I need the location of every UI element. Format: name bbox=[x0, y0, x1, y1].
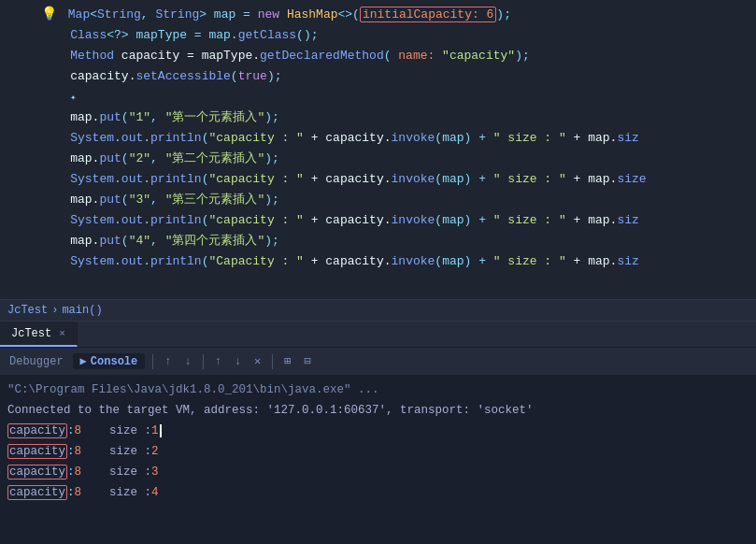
code-token: out bbox=[121, 213, 143, 227]
console-output-row-4: capacity : 8 size : 4 bbox=[7, 482, 749, 503]
code-token: invoke bbox=[392, 254, 435, 268]
tab-bar: JcTest × bbox=[0, 322, 756, 348]
console-connected-line: Connected to the target VM, address: '12… bbox=[7, 400, 749, 421]
toolbar-btn-up1[interactable]: ↑ bbox=[161, 353, 175, 370]
code-token: ); bbox=[496, 7, 511, 21]
code-token: Class bbox=[70, 28, 107, 42]
capacity-label-4: capacity bbox=[7, 485, 67, 500]
initial-capacity-highlight: initialCapacity: 6 bbox=[360, 7, 496, 22]
code-token: siz bbox=[617, 213, 638, 227]
code-token: invoke bbox=[392, 213, 435, 227]
code-token: true bbox=[238, 69, 267, 83]
code-token: "第二个元素插入" bbox=[165, 151, 265, 165]
code-token: . bbox=[114, 213, 121, 227]
code-token: System bbox=[70, 254, 114, 268]
console-label: Console bbox=[91, 355, 137, 368]
line-content-put2: map.put("2", "第二个元素插入"); bbox=[32, 150, 279, 166]
code-token: + capacity. bbox=[304, 254, 392, 268]
code-token: ); bbox=[264, 193, 279, 207]
code-token: "capacity : " bbox=[208, 213, 303, 227]
size-label-3: size : bbox=[109, 465, 151, 479]
code-token: "2" bbox=[129, 151, 150, 165]
code-token: map. bbox=[70, 110, 99, 124]
breadcrumb-method[interactable]: main() bbox=[62, 304, 102, 317]
code-token: out bbox=[121, 254, 143, 268]
code-token: ( bbox=[121, 234, 129, 248]
code-token: + capacity. bbox=[304, 213, 392, 227]
code-token: , bbox=[150, 151, 165, 165]
code-token: Map bbox=[68, 7, 90, 21]
code-token: ); bbox=[264, 234, 279, 248]
console-output-row-1: capacity : 8 size : 1 bbox=[7, 421, 749, 441]
code-token: <>( bbox=[338, 7, 360, 21]
code-token: ); bbox=[267, 69, 282, 83]
line-content-print3: System.out.println("capacity : " + capac… bbox=[32, 213, 639, 227]
code-lines: 💡 Map<String, String> map = new HashMap<… bbox=[0, 0, 756, 275]
line-content-3: Method capacity = mapType.getDeclaredMet… bbox=[32, 49, 530, 63]
code-token: . bbox=[114, 172, 121, 186]
code-line-print1: System.out.println("capacity : " + capac… bbox=[0, 127, 756, 148]
code-token: . bbox=[114, 131, 121, 145]
toolbar-btn-grid1[interactable]: ⊞ bbox=[280, 352, 294, 370]
tab-label: JcTest bbox=[11, 327, 51, 340]
code-token: ( bbox=[231, 69, 238, 83]
toolbar-btn-down2[interactable]: ↓ bbox=[231, 353, 245, 370]
code-token: "capacity : " bbox=[208, 131, 303, 145]
console-toolbar: Debugger ▶ Console ↑ ↓ ↑ ↓ ✕ ⊞ ⊟ bbox=[0, 348, 756, 376]
code-token: map. bbox=[70, 193, 99, 207]
code-token: "1" bbox=[129, 110, 150, 124]
code-token: "第三个元素插入" bbox=[165, 193, 265, 207]
code-line-1: 💡 Map<String, String> map = new HashMap<… bbox=[0, 4, 756, 24]
console-area: "C:\Program Files\Java\jdk1.8.0_201\bin\… bbox=[0, 376, 756, 544]
code-token: out bbox=[121, 172, 143, 186]
code-token: ); bbox=[264, 110, 279, 124]
code-token: , bbox=[150, 193, 165, 207]
console-tab[interactable]: ▶ Console bbox=[73, 353, 146, 369]
code-token: (map) + bbox=[435, 131, 492, 145]
code-token: name: bbox=[398, 49, 442, 63]
code-line-blank: ✦ bbox=[0, 86, 756, 107]
debugger-tab[interactable]: Debugger bbox=[6, 353, 67, 370]
colon-1: : bbox=[67, 424, 75, 437]
tab-jctest[interactable]: JcTest × bbox=[0, 322, 78, 347]
line-content-2: Class<?> mapType = map.getClass(); bbox=[32, 28, 319, 42]
toolbar-btn-grid2[interactable]: ⊟ bbox=[301, 352, 315, 370]
code-token: , bbox=[141, 7, 156, 21]
colon-4: : bbox=[67, 486, 75, 499]
code-line-2: Class<?> mapType = map.getClass(); bbox=[0, 24, 756, 45]
code-token: , bbox=[150, 234, 165, 248]
code-token: . bbox=[143, 213, 150, 227]
line-content-print2: System.out.println("capacity : " + capac… bbox=[32, 172, 647, 186]
toolbar-btn-up2[interactable]: ↑ bbox=[211, 353, 225, 370]
toolbar-btn-down1[interactable]: ↓ bbox=[180, 353, 194, 370]
code-token: siz bbox=[617, 131, 638, 145]
code-token: . bbox=[143, 131, 150, 145]
breadcrumb-class[interactable]: JcTest bbox=[7, 304, 48, 317]
code-line-put3: map.put("3", "第三个元素插入"); bbox=[0, 189, 756, 209]
size-val-4: 4 bbox=[151, 486, 159, 499]
line-content-print4: System.out.println("Capacity : " + capac… bbox=[32, 254, 639, 268]
breadcrumb-separator: › bbox=[51, 304, 58, 317]
capacity-val-1: 8 bbox=[75, 424, 82, 437]
code-editor: 💡 Map<String, String> map = new HashMap<… bbox=[0, 0, 756, 299]
capacity-val-3: 8 bbox=[75, 465, 82, 479]
code-token: < bbox=[90, 7, 97, 21]
code-token: + map. bbox=[566, 254, 618, 268]
capacity-label-3: capacity bbox=[7, 465, 67, 480]
code-token: getDeclaredMethod bbox=[260, 49, 384, 63]
code-token: (map) + bbox=[435, 172, 492, 186]
toolbar-btn-close[interactable]: ✕ bbox=[250, 352, 264, 370]
code-token: put bbox=[99, 193, 121, 207]
size-val-2: 2 bbox=[151, 445, 159, 458]
code-token: capacity = mapType. bbox=[114, 49, 260, 63]
code-token: "capacity" bbox=[442, 49, 515, 63]
code-token: invoke bbox=[392, 131, 435, 145]
console-path-text: "C:\Program Files\Java\jdk1.8.0_201\bin\… bbox=[7, 383, 379, 396]
code-token: new bbox=[258, 7, 287, 21]
code-token: HashMap bbox=[287, 7, 338, 21]
console-connected-text: Connected to the target VM, address: '12… bbox=[7, 404, 534, 417]
code-token: <?> mapType = map. bbox=[107, 28, 237, 42]
tab-close-icon[interactable]: × bbox=[59, 328, 65, 339]
code-token: String bbox=[155, 7, 199, 21]
code-token: println bbox=[150, 213, 202, 227]
